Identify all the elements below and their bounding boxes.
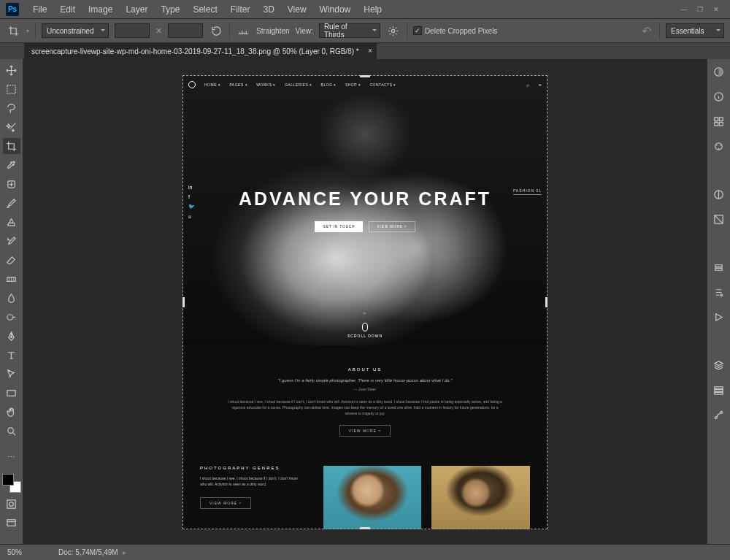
swatches-panel-icon[interactable] — [711, 113, 727, 129]
crop-handle-t[interactable] — [360, 75, 370, 77]
window-restore[interactable]: ❐ — [692, 3, 708, 16]
edit-toolbar[interactable]: ⋯ — [3, 449, 20, 465]
ps-logo: Ps — [6, 3, 19, 16]
blur-tool[interactable] — [3, 290, 20, 306]
genres-view-more: VIEW MORE > — [200, 497, 251, 509]
crop-handle-tr[interactable] — [537, 75, 548, 86]
svg-rect-16 — [719, 122, 723, 126]
site-nav: HOME ▾ PAGES ▾ WORKS ▾ GALLERIES ▾ BLOG … — [188, 81, 542, 88]
nav-galleries: GALLERIES ▾ — [285, 83, 312, 87]
eraser-tool[interactable] — [3, 252, 20, 268]
menu-help[interactable]: Help — [357, 4, 388, 15]
brush-tool[interactable] — [3, 195, 20, 211]
history-brush-tool[interactable] — [3, 233, 20, 249]
quick-mask-toggle[interactable] — [3, 496, 20, 512]
tool-preset-dropdown-icon[interactable]: ▾ — [26, 28, 29, 34]
history-panel-icon[interactable] — [711, 259, 727, 275]
menu-type[interactable]: Type — [154, 4, 186, 15]
menu-view[interactable]: View — [281, 4, 313, 15]
color-panel-icon[interactable] — [711, 64, 727, 80]
menu-3d[interactable]: 3D — [256, 4, 280, 15]
styles-panel-icon[interactable] — [711, 211, 727, 227]
doc-size[interactable]: Doc: 5,74M/5,49M ▸ — [58, 548, 127, 556]
screen-mode-toggle[interactable] — [3, 515, 20, 531]
nav-contacts: CONTACTS ▾ — [369, 83, 396, 87]
crop-height-input[interactable] — [168, 23, 203, 38]
type-tool[interactable] — [3, 347, 20, 363]
straighten-icon[interactable] — [236, 23, 250, 38]
workspace-switcher[interactable]: Essentials — [666, 23, 724, 38]
menu-select[interactable]: Select — [186, 4, 223, 15]
magic-wand-tool[interactable] — [3, 119, 20, 135]
get-in-touch-button: GET IN TOUCH — [315, 221, 363, 232]
delete-cropped-checkbox[interactable]: ✓ Delete Cropped Pixels — [413, 26, 498, 35]
svg-rect-14 — [719, 117, 723, 120]
document-tab[interactable]: screencapture-livewp-site-wp-md-oni-home… — [24, 43, 377, 59]
nav-works: WORKS ▾ — [256, 83, 276, 87]
eyedropper-tool[interactable] — [3, 157, 20, 173]
gradient-tool[interactable] — [3, 271, 20, 287]
hero-section: HOME ▾ PAGES ▾ WORKS ▾ GALLERIES ▾ BLOG … — [182, 75, 548, 345]
nav-pages: PAGES ▾ — [229, 83, 247, 87]
actions-panel-icon[interactable] — [711, 309, 727, 325]
instagram-icon: ⌾ — [188, 214, 195, 219]
hand-tool[interactable] — [3, 404, 20, 420]
paths-panel-icon[interactable] — [711, 407, 727, 423]
crop-handle-l[interactable] — [182, 297, 185, 307]
window-minimize[interactable]: — — [676, 3, 692, 16]
overlay-view-dropdown[interactable]: Rule of Thirds — [319, 23, 380, 38]
svg-rect-8 — [7, 499, 15, 507]
libraries-panel-icon[interactable] — [711, 138, 727, 154]
svg-point-19 — [720, 144, 721, 145]
reset-crop-icon[interactable]: ↶ — [639, 23, 653, 38]
color-swatches[interactable] — [2, 474, 21, 493]
crop-handle-r[interactable] — [545, 297, 548, 307]
crop-handle-b[interactable] — [360, 527, 370, 529]
properties-panel-icon[interactable] — [711, 284, 727, 300]
lasso-tool[interactable] — [3, 100, 20, 116]
crop-handle-br[interactable] — [537, 518, 548, 529]
svg-rect-1 — [7, 85, 15, 93]
about-author: — Joan Steer — [226, 387, 504, 391]
channels-panel-icon[interactable] — [711, 382, 727, 398]
clone-stamp-tool[interactable] — [3, 214, 20, 230]
close-tab-icon[interactable]: × — [368, 47, 372, 55]
move-tool[interactable] — [3, 62, 20, 78]
pen-tool[interactable] — [3, 328, 20, 344]
svg-point-0 — [392, 29, 395, 32]
crop-handle-tl[interactable] — [182, 75, 193, 86]
crop-tool[interactable] — [3, 138, 20, 154]
menu-window[interactable]: Window — [313, 4, 358, 15]
crop-width-input[interactable] — [115, 23, 150, 38]
search-icon: ⌕ — [526, 83, 530, 88]
menu-filter[interactable]: Filter — [224, 4, 257, 15]
clear-button[interactable] — [209, 23, 223, 38]
document-tab-bar: screencapture-livewp-site-wp-md-oni-home… — [0, 43, 730, 59]
svg-rect-15 — [715, 122, 718, 126]
crop-options-gear-icon[interactable] — [386, 23, 401, 38]
about-quote: "I guess I'm a fairly simple photographe… — [226, 377, 504, 384]
menu-edit[interactable]: Edit — [53, 4, 82, 15]
menu-image[interactable]: Image — [82, 4, 119, 15]
svg-rect-26 — [715, 392, 723, 394]
document-canvas[interactable]: HOME ▾ PAGES ▾ WORKS ▾ GALLERIES ▾ BLOG … — [182, 75, 548, 529]
menu-file[interactable]: File — [26, 4, 53, 15]
path-selection-tool[interactable] — [3, 366, 20, 382]
crop-tool-icon[interactable] — [6, 23, 20, 38]
straighten-label: Straighten — [256, 27, 290, 35]
crop-handle-bl[interactable] — [182, 518, 193, 529]
healing-brush-tool[interactable] — [3, 176, 20, 192]
dodge-tool[interactable] — [3, 309, 20, 325]
zoom-level[interactable]: 50% — [7, 548, 44, 556]
marquee-tool[interactable] — [3, 81, 20, 97]
zoom-tool[interactable] — [3, 423, 20, 439]
info-panel-icon[interactable] — [711, 88, 727, 104]
app-menubar: Ps File Edit Image Layer Type Select Fil… — [0, 0, 730, 18]
aspect-ratio-dropdown[interactable]: Unconstrained — [42, 23, 109, 38]
rectangle-tool[interactable] — [3, 385, 20, 401]
canvas-area[interactable]: HOME ▾ PAGES ▾ WORKS ▾ GALLERIES ▾ BLOG … — [23, 59, 707, 544]
window-close[interactable]: ✕ — [708, 3, 724, 16]
menu-layer[interactable]: Layer — [119, 4, 154, 15]
layers-panel-icon[interactable] — [711, 357, 727, 373]
adjustments-panel-icon[interactable] — [711, 186, 727, 202]
